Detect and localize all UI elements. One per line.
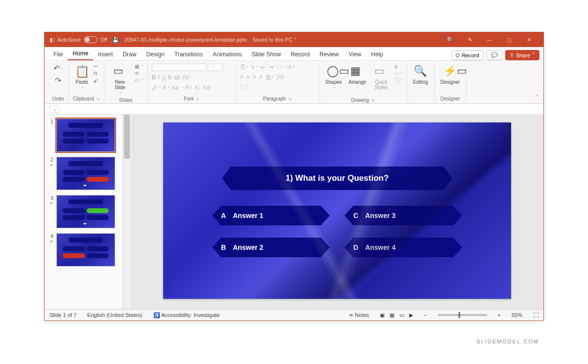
question-box[interactable]: 1) What is your Question?	[222, 167, 452, 190]
reset-icon[interactable]: ⟲	[135, 71, 144, 76]
slide-counter[interactable]: Slide 1 of 7	[49, 312, 76, 318]
tab-review[interactable]: Review	[315, 49, 343, 60]
strike-button[interactable]: S	[168, 74, 172, 81]
shape-effects-button[interactable]: ◯	[394, 77, 403, 83]
qat-customize-dropdown[interactable]: ⌄	[49, 105, 60, 113]
zoom-knob[interactable]	[459, 312, 460, 318]
thumbnail-item[interactable]: 1	[48, 119, 120, 152]
font-size-dropdown[interactable]	[208, 64, 222, 71]
grow-font-button[interactable]: A↑	[185, 84, 193, 91]
slide-thumbnail-4[interactable]	[56, 233, 115, 267]
numbering-button[interactable]: ≡	[251, 64, 258, 71]
font-name-dropdown[interactable]	[152, 64, 206, 71]
align-left-button[interactable]: ≡	[240, 73, 244, 80]
align-text-button[interactable]: [≡]	[277, 73, 287, 80]
slide-thumbnail-2[interactable]: ➡	[56, 157, 115, 190]
answer-b-box[interactable]: B Answer 2	[212, 238, 330, 257]
tab-transitions[interactable]: Transitions	[170, 49, 208, 60]
sorter-view-icon[interactable]: ▦	[390, 312, 394, 318]
bullets-button[interactable]: ☰	[240, 64, 248, 71]
paragraph-launcher-icon[interactable]: ↘	[288, 96, 292, 101]
redo-icon[interactable]: ↷	[55, 76, 61, 85]
designer-button[interactable]: ⚡▭Designer	[439, 64, 462, 86]
thumbnail-scrollbar[interactable]	[123, 115, 131, 309]
slide-canvas[interactable]: 1) What is your Question? A Answer 1 C A…	[163, 122, 511, 299]
answer-a-box[interactable]: A Answer 1	[212, 206, 330, 225]
format-painter-icon[interactable]: 🖌	[94, 78, 98, 83]
tab-help[interactable]: Help	[366, 49, 388, 60]
tab-draw[interactable]: Draw	[118, 49, 141, 60]
normal-view-icon[interactable]: ▣	[380, 312, 385, 318]
shrink-font-button[interactable]: A↓	[195, 85, 200, 90]
answer-c-box[interactable]: C Answer 3	[344, 206, 462, 225]
columns-button[interactable]: ▥	[266, 73, 274, 80]
line-spacing-button[interactable]: ↕	[276, 64, 282, 71]
zoom-out-button[interactable]: −	[424, 312, 427, 318]
indent-inc-button[interactable]: ⇥	[269, 64, 273, 71]
char-spacing-button[interactable]: AV	[182, 74, 193, 81]
shape-fill-button[interactable]: ◐	[394, 64, 403, 69]
tab-record[interactable]: Record	[286, 49, 315, 60]
tab-animations[interactable]: Animations	[208, 49, 246, 60]
zoom-in-button[interactable]: +	[498, 312, 501, 318]
account-icon[interactable]: ✎	[460, 32, 480, 47]
close-button[interactable]: ✕	[519, 32, 539, 47]
paste-button[interactable]: 📋 Paste	[73, 64, 91, 92]
fit-to-window-icon[interactable]: ⛶	[533, 312, 539, 318]
italic-button[interactable]: I	[158, 74, 159, 81]
saved-status[interactable]: Saved to this PC	[252, 37, 296, 43]
search-icon[interactable]: 🔍	[441, 32, 460, 47]
layout-icon[interactable]: ▦	[135, 64, 144, 69]
drawing-launcher-icon[interactable]: ↘	[371, 97, 375, 103]
autosave-toggle[interactable]: AutoSave Off	[57, 36, 107, 43]
tab-slideshow[interactable]: Slide Show	[246, 49, 286, 60]
highlight-button[interactable]: A	[163, 84, 170, 91]
filename[interactable]: 20847-01-multiple-choice-powerpoint-temp…	[124, 37, 247, 43]
thumbnail-item[interactable]: 4✶	[48, 233, 120, 267]
indent-dec-button[interactable]: ⇤	[261, 64, 266, 71]
zoom-percent[interactable]: 55%	[512, 312, 522, 318]
thumbnail-item[interactable]: 2✶ ➡	[48, 157, 120, 190]
editing-button[interactable]: 🔍Editing	[411, 64, 430, 92]
tab-design[interactable]: Design	[141, 49, 169, 60]
minimize-button[interactable]: —	[480, 32, 499, 47]
slideshow-view-icon[interactable]: ▶	[409, 312, 413, 318]
underline-button[interactable]: U	[162, 74, 166, 81]
quick-styles-button[interactable]: ▭Quick Styles	[371, 64, 392, 97]
font-launcher-icon[interactable]: ↘	[196, 96, 199, 101]
shape-outline-button[interactable]: ▭	[394, 71, 403, 76]
new-slide-button[interactable]: ▭ New Slide	[108, 64, 132, 97]
reading-view-icon[interactable]: ▭	[399, 312, 404, 318]
scrollbar-handle[interactable]	[124, 115, 130, 159]
maximize-button[interactable]: ▢	[499, 32, 519, 47]
collapse-ribbon-icon[interactable]: ˅	[536, 95, 539, 101]
notes-toggle[interactable]: ≐ Notes	[349, 312, 369, 318]
shadow-button[interactable]: ab	[173, 74, 180, 81]
tab-file[interactable]: File	[49, 49, 68, 60]
slide-thumbnail-3[interactable]: ➡	[56, 195, 115, 228]
change-case-button[interactable]: Aa	[172, 84, 179, 91]
accessibility-status[interactable]: ♿ Accessibility: Investigate	[153, 312, 220, 318]
slide-thumbnail-1[interactable]	[56, 119, 115, 152]
align-center-button[interactable]: ≡	[246, 73, 250, 80]
answer-d-box[interactable]: D Answer 4	[344, 238, 462, 257]
section-icon[interactable]: ▭	[135, 77, 144, 83]
text-direction-button[interactable]: ↕A	[285, 64, 295, 71]
zoom-slider[interactable]	[438, 314, 487, 316]
cut-icon[interactable]: ✂	[94, 64, 98, 69]
tab-home[interactable]: Home	[68, 48, 93, 60]
comments-button[interactable]: 💬	[487, 50, 502, 60]
justify-button[interactable]: ≡	[259, 73, 263, 80]
share-button[interactable]: ⇧ Share ˅	[505, 50, 539, 60]
language-status[interactable]: English (United States)	[87, 312, 143, 318]
record-button[interactable]: Record	[451, 50, 483, 60]
copy-icon[interactable]: ⧉	[94, 71, 98, 76]
tab-insert[interactable]: Insert	[93, 49, 118, 60]
arrange-button[interactable]: ▦Arrange	[347, 64, 368, 92]
align-right-button[interactable]: ≡	[253, 73, 256, 80]
save-icon[interactable]: 💾	[112, 37, 119, 43]
shapes-button[interactable]: ◯▭Shapes	[323, 64, 344, 92]
clipboard-launcher-icon[interactable]: ↘	[96, 96, 100, 101]
tab-view[interactable]: View	[343, 49, 366, 60]
undo-icon[interactable]: ↶	[53, 64, 63, 73]
